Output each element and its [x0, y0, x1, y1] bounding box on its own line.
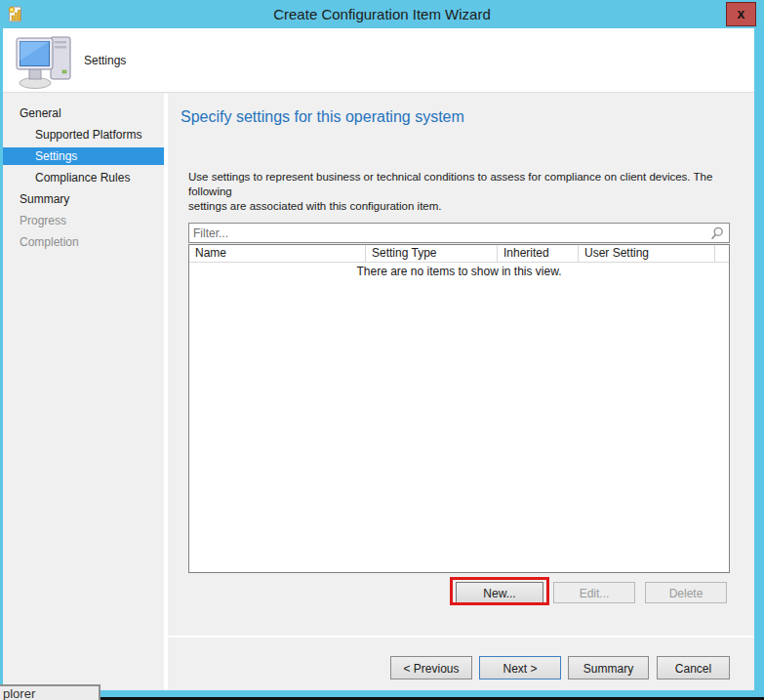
nav-item-settings[interactable]: Settings: [3, 147, 164, 165]
taskbar-window-fragment-label: plorer: [0, 686, 99, 700]
computer-icon: [16, 33, 76, 90]
nav-item-general[interactable]: General: [3, 104, 164, 122]
window-border-bottom: [0, 690, 764, 697]
footer-separator: [168, 636, 754, 638]
settings-list[interactable]: Name Setting Type Inherited User Setting…: [188, 244, 730, 573]
delete-button[interactable]: Delete: [645, 582, 727, 603]
new-button[interactable]: New...: [456, 582, 543, 603]
page-title: Settings: [84, 54, 126, 67]
sidebar-separator: [164, 94, 168, 690]
filter-box: [188, 223, 730, 243]
close-button[interactable]: x: [726, 2, 756, 26]
nav-item-completion: Completion: [3, 233, 164, 251]
column-header-user-setting[interactable]: User Setting: [579, 245, 715, 262]
next-button[interactable]: Next >: [479, 656, 561, 679]
column-header-inherited[interactable]: Inherited: [498, 245, 579, 262]
nav-item-supported-platforms[interactable]: Supported Platforms: [3, 126, 164, 144]
column-header-filler: [715, 245, 729, 262]
settings-list-header: Name Setting Type Inherited User Setting: [189, 245, 729, 263]
close-icon: x: [738, 6, 745, 21]
wizard-nav: General Supported Platforms Settings Com…: [3, 94, 164, 690]
wizard-page-header: Settings: [3, 28, 754, 93]
nav-item-summary[interactable]: Summary: [3, 190, 164, 208]
column-header-name[interactable]: Name: [189, 245, 366, 262]
nav-item-compliance-rules[interactable]: Compliance Rules: [3, 169, 164, 186]
taskbar-window-fragment[interactable]: plorer: [0, 684, 101, 700]
previous-button[interactable]: < Previous: [390, 656, 472, 679]
empty-list-message: There are no items to show in this view.: [189, 265, 729, 278]
summary-button[interactable]: Summary: [568, 656, 649, 679]
filter-input[interactable]: [189, 224, 729, 242]
wizard-window: Create Configuration Item Wizard x Setti…: [0, 0, 764, 700]
content-heading: Specify settings for this operating syst…: [181, 108, 464, 126]
window-border-right: [754, 28, 764, 697]
content-description: Use settings to represent business or te…: [188, 170, 735, 214]
window-title: Create Configuration Item Wizard: [0, 0, 764, 28]
column-header-setting-type[interactable]: Setting Type: [366, 245, 498, 262]
search-icon: [710, 226, 724, 240]
cancel-button[interactable]: Cancel: [657, 656, 730, 679]
titlebar: Create Configuration Item Wizard x: [0, 0, 764, 28]
nav-item-progress: Progress: [3, 212, 164, 229]
edit-button[interactable]: Edit...: [553, 582, 635, 603]
